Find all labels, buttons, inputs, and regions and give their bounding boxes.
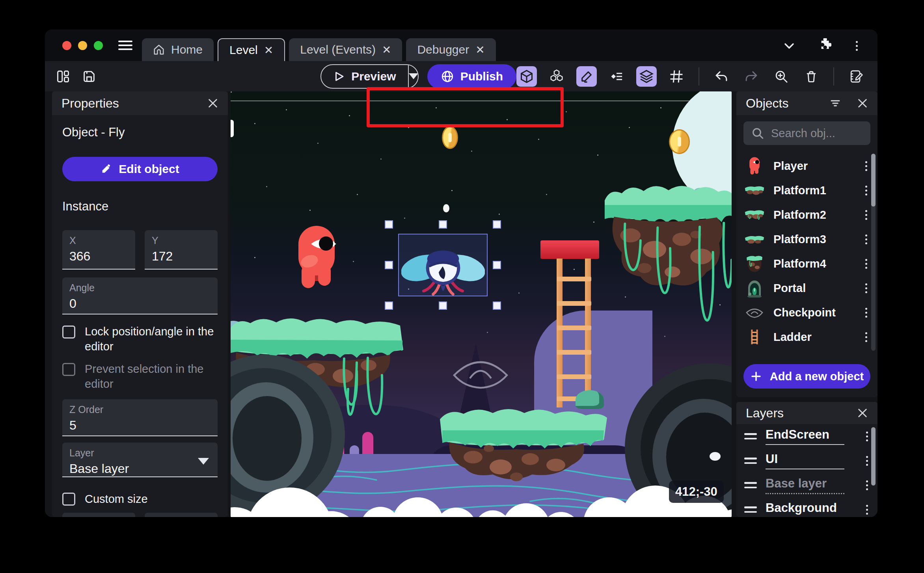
layer-item-endscreen[interactable]: EndScreen [736,424,877,448]
object-item-player[interactable]: Player [736,154,877,178]
object-options-icon[interactable] [861,281,871,296]
object-item-ladder[interactable]: Ladder [736,325,877,349]
home-icon [153,44,165,56]
object-options-icon[interactable] [861,257,871,271]
edit-object-button[interactable]: Edit object [62,157,218,181]
close-panel-icon[interactable] [857,98,868,109]
close-window-button[interactable] [62,41,71,50]
custom-size-checkbox[interactable] [62,493,75,506]
grid-button[interactable] [666,66,687,87]
layer-item-ui[interactable]: UI [736,448,877,473]
object-item-platform3[interactable]: Platform3 [736,227,877,251]
selection-handle[interactable] [493,261,501,269]
edit-tool-button[interactable] [576,66,597,87]
publish-button[interactable]: Publish [427,64,516,89]
drag-handle-icon[interactable] [744,433,757,439]
ladder-sprite[interactable] [540,240,599,407]
layer-options-icon[interactable] [862,429,872,444]
preview-options-button[interactable] [408,65,418,88]
object-options-icon[interactable] [861,330,871,344]
layers-scrollbar-thumb[interactable] [871,427,876,486]
zoom-in-button[interactable] [771,66,792,87]
close-panel-icon[interactable] [207,98,218,109]
preview-button[interactable]: Preview [321,65,408,88]
more-options-icon[interactable] [852,39,862,53]
selection-handle[interactable] [385,261,393,269]
drag-handle-icon[interactable] [744,506,757,513]
cloud [231,480,353,517]
layer-options-icon[interactable] [862,502,872,517]
player-sprite[interactable] [294,223,339,291]
object-item-checkpoint[interactable]: Checkpoint [736,300,877,325]
object-item-platform1[interactable]: Platform1 [736,178,877,203]
objects-scrollbar-thumb[interactable] [871,154,876,207]
chevron-down-icon[interactable] [782,39,796,52]
drag-handle-icon[interactable] [744,482,757,488]
selection-handle[interactable] [493,301,501,310]
object-options-icon[interactable] [861,183,871,198]
minimize-window-button[interactable] [78,41,87,50]
close-tab-icon[interactable]: ✕ [475,43,484,56]
redo-button[interactable] [741,66,762,87]
tab-level-events[interactable]: Level (Events) ✕ [289,38,402,61]
tab-level[interactable]: Level ✕ [218,38,285,61]
panels-layout-icon[interactable] [56,69,70,84]
object-groups-button[interactable] [546,66,567,87]
layers-icon [639,69,654,84]
close-panel-icon[interactable] [857,407,868,419]
object-item-platform4[interactable]: Platform4 [736,251,877,276]
selection-handle[interactable] [439,301,447,310]
layer-select[interactable]: Layer Base layer [62,443,218,477]
zoom-window-button[interactable] [94,41,103,50]
instances-list-button[interactable] [606,66,627,87]
object-options-icon[interactable] [861,159,871,173]
object-item-portal[interactable]: Portal [736,276,877,300]
z-order-field[interactable]: Z Order 5 [62,399,218,436]
selection-handle[interactable] [493,220,501,229]
object-options-icon[interactable] [861,305,871,320]
prevent-selection-checkbox[interactable] [62,363,75,376]
x-field[interactable]: X 366 [62,230,135,270]
selection-handle[interactable] [439,220,447,229]
layer-options-icon[interactable] [862,454,872,468]
play-icon [333,71,345,82]
object-options-icon[interactable] [861,208,871,222]
delete-button[interactable] [801,66,822,87]
undo-button[interactable] [711,66,732,87]
selection-handle[interactable] [385,220,393,229]
stars [231,91,232,93]
scene-properties-button[interactable] [846,66,866,87]
eye-decoration [449,352,512,391]
layer-item-base-layer[interactable]: Base layer [736,473,877,497]
layers-tool-button[interactable] [636,66,657,87]
close-tab-icon[interactable]: ✕ [264,44,273,57]
drag-handle-icon[interactable] [744,458,757,464]
offscreen-object-sliver [231,120,234,137]
selection-handle[interactable] [385,301,393,310]
coin-sprite[interactable] [669,129,690,154]
tab-home[interactable]: Home [142,38,214,61]
extensions-puzzle-icon[interactable] [816,38,831,53]
close-tab-icon[interactable]: ✕ [382,43,391,56]
objects-tool-button[interactable] [516,66,537,87]
save-icon[interactable] [82,69,96,84]
angle-field[interactable]: Angle 0 [62,277,218,314]
object-item-platform2[interactable]: Platform2 [736,203,877,227]
filter-icon[interactable] [829,97,841,109]
main-menu-icon[interactable] [118,39,132,52]
custom-size-row: Custom size [62,491,218,506]
platform-sprite[interactable] [434,402,611,485]
layer-item-background[interactable]: Background [736,497,877,517]
instance-selection-box[interactable] [398,234,488,296]
tab-debugger[interactable]: Debugger ✕ [406,38,496,61]
search-objects-input[interactable] [771,127,863,140]
scene-editor-canvas[interactable]: 412;-30 [231,91,732,517]
y-field[interactable]: Y 172 [145,230,218,270]
add-new-object-button[interactable]: Add a new object [743,364,870,389]
layer-options-icon[interactable] [862,478,872,493]
coin-sprite[interactable] [442,126,458,149]
object-options-icon[interactable] [861,232,871,247]
fly-sprite [401,244,485,296]
search-icon [751,127,764,140]
lock-position-checkbox[interactable] [62,326,75,339]
